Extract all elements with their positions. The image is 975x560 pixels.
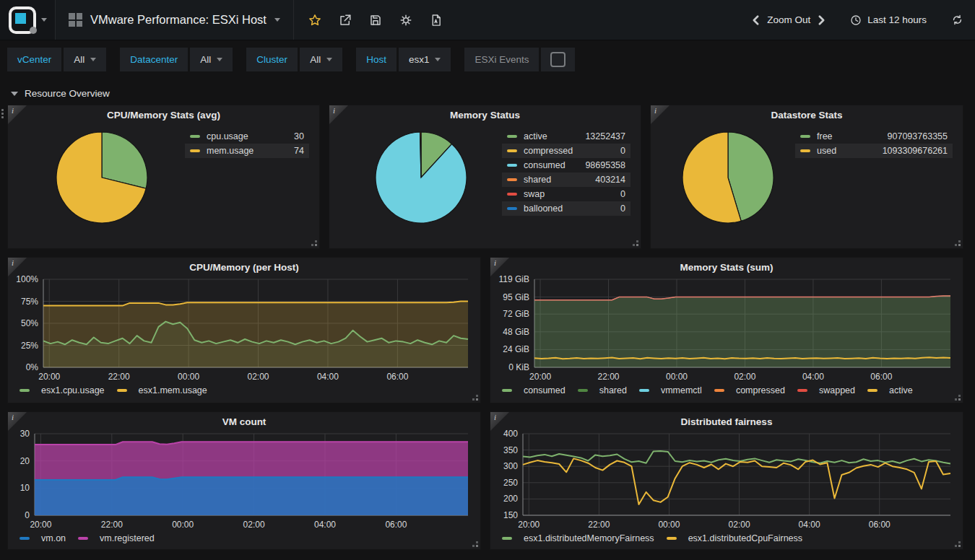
zoom-out-button[interactable]: Zoom Out: [767, 14, 810, 25]
row-drag-handle[interactable]: [1, 109, 4, 111]
pie-chart-cpu-memory[interactable]: [48, 122, 156, 232]
panel-resize-handle[interactable]: [958, 545, 961, 547]
legend-item[interactable]: shared403214: [502, 172, 630, 187]
panel-cpu-memory-stats-avg: i CPU/Memory Stats (avg) cpu.usage30mem.…: [7, 105, 320, 249]
panel-title[interactable]: Memory Stats (sum): [490, 258, 963, 273]
graph-memory-stats-sum[interactable]: 20:0022:0000:0002:0004:0006:000 KiB24 Gi…: [494, 274, 959, 383]
svg-text:06:00: 06:00: [386, 372, 408, 382]
legend-series-value: 30: [282, 131, 304, 142]
panel-resize-handle[interactable]: [315, 244, 317, 246]
graph-cpu-memory-per-host[interactable]: 20:0022:0000:0002:0004:0006:000%25%50%75…: [12, 274, 477, 383]
vcenter-value-dropdown[interactable]: All: [64, 48, 106, 71]
export-pdf-button[interactable]: [430, 14, 442, 27]
legend-item[interactable]: vmmemctl: [639, 385, 702, 395]
svg-text:02:00: 02:00: [729, 520, 750, 530]
shift-time-forward-button[interactable]: [818, 15, 826, 25]
svg-text:0 KiB: 0 KiB: [508, 362, 529, 372]
variable-cluster: Cluster All: [246, 48, 342, 71]
dashboard-grid-icon: [69, 13, 82, 27]
legend-item[interactable]: ballooned0: [502, 201, 630, 216]
panel-resize-handle[interactable]: [636, 244, 638, 246]
panel-memory-status: i Memory Status active13252437compressed…: [329, 105, 641, 249]
legend-item[interactable]: esx1.mem.usage: [117, 385, 207, 395]
legend-series-name: shared: [524, 174, 551, 185]
graph-distributed-fairness[interactable]: 20:0022:0000:0002:0004:0006:001502002503…: [494, 429, 959, 531]
legend-item[interactable]: esx1.distributedCpuFairness: [667, 533, 802, 543]
svg-text:100%: 100%: [16, 274, 38, 284]
save-button[interactable]: [369, 14, 382, 27]
legend-series-name: shared: [599, 385, 627, 395]
legend-item[interactable]: used1093309676261: [795, 144, 953, 158]
panel-resize-handle[interactable]: [476, 398, 478, 401]
legend-item[interactable]: compressed0: [502, 144, 630, 158]
legend-color-icon: [867, 389, 878, 392]
legend-color-icon: [502, 537, 512, 540]
legend-series-name: esx1.distributedMemoryFairness: [524, 533, 654, 543]
legend-item[interactable]: consumed98695358: [502, 158, 630, 172]
svg-text:0%: 0%: [26, 362, 39, 372]
panel-resize-handle[interactable]: [958, 244, 961, 246]
panel-title[interactable]: CPU/Memory (per Host): [8, 258, 480, 273]
shift-time-back-button[interactable]: [752, 15, 760, 25]
legend-item[interactable]: free907093763355: [795, 129, 953, 144]
legend-series-value: 74: [282, 145, 304, 157]
legend-item[interactable]: esx1.cpu.usage: [20, 385, 105, 395]
chevron-left-icon: [752, 15, 760, 25]
panel-title[interactable]: Datastore Stats: [651, 105, 963, 121]
panel-title[interactable]: VM count: [8, 412, 480, 427]
svg-text:50%: 50%: [21, 318, 38, 328]
refresh-icon: [951, 14, 963, 26]
svg-text:20:00: 20:00: [30, 520, 51, 530]
chevron-down-icon: [274, 18, 280, 22]
panel-row-2: i CPU/Memory (per Host) 20:0022:0000:000…: [7, 257, 969, 403]
legend-item[interactable]: swap0: [502, 187, 630, 201]
svg-text:24 GiB: 24 GiB: [503, 344, 529, 354]
svg-text:400: 400: [503, 429, 518, 439]
legend-color-icon: [667, 537, 677, 540]
pie-chart-memory-status[interactable]: [367, 122, 475, 232]
panel-title[interactable]: Distributed fairness: [490, 412, 963, 427]
legend-color-icon: [117, 389, 127, 392]
panel-resize-handle[interactable]: [958, 398, 961, 401]
variable-vcenter: vCenter All: [7, 48, 106, 71]
grafana-main-menu[interactable]: [0, 0, 56, 40]
refresh-button[interactable]: [951, 14, 963, 26]
panel-title[interactable]: Memory Status: [329, 105, 641, 121]
legend-item[interactable]: cpu.usage30: [185, 129, 309, 144]
legend-item[interactable]: active: [867, 385, 913, 395]
legend-series-name: compressed: [736, 385, 785, 395]
cluster-value-dropdown[interactable]: All: [300, 48, 342, 71]
dashboard-title-menu[interactable]: VMware Performance: ESXi Host: [56, 0, 294, 40]
svg-text:02:00: 02:00: [734, 372, 755, 382]
legend-item[interactable]: active13252437: [502, 129, 630, 144]
datacenter-value-dropdown[interactable]: All: [190, 48, 233, 71]
legend-color-icon: [797, 389, 807, 392]
pie-chart-datastore[interactable]: [674, 122, 782, 232]
legend-item[interactable]: vm.registered: [78, 533, 155, 543]
legend-item[interactable]: mem.usage74: [185, 144, 309, 158]
row-resource-overview[interactable]: Resource Overview: [0, 78, 975, 105]
panel-resize-handle[interactable]: [476, 545, 478, 547]
share-button[interactable]: [339, 14, 352, 27]
chevron-down-icon: [41, 18, 47, 22]
time-picker: Zoom Out Last 12 hours: [752, 0, 975, 40]
legend-item[interactable]: compressed: [714, 385, 785, 395]
legend-color-icon: [639, 389, 649, 392]
legend-item[interactable]: consumed: [502, 385, 566, 395]
chevron-down-icon: [90, 58, 96, 61]
time-range-button[interactable]: Last 12 hours: [850, 14, 927, 26]
graph-vm-count[interactable]: 20:0022:0000:0002:0004:0006:000102030: [12, 429, 477, 531]
star-button[interactable]: [308, 14, 321, 27]
legend-item[interactable]: swapped: [797, 385, 855, 395]
legend-item[interactable]: vm.on: [20, 533, 66, 543]
legend-item[interactable]: shared: [578, 385, 627, 395]
cluster-label: Cluster: [246, 48, 298, 71]
panel-title[interactable]: CPU/Memory Stats (avg): [8, 105, 319, 121]
svg-text:04:00: 04:00: [317, 372, 339, 382]
legend-color-icon: [502, 389, 512, 392]
svg-text:95 GiB: 95 GiB: [503, 292, 529, 302]
esxi-events-toggle[interactable]: [541, 48, 575, 71]
legend-item[interactable]: esx1.distributedMemoryFairness: [502, 533, 654, 543]
settings-button[interactable]: [399, 14, 412, 27]
host-value-dropdown[interactable]: esx1: [399, 48, 451, 71]
